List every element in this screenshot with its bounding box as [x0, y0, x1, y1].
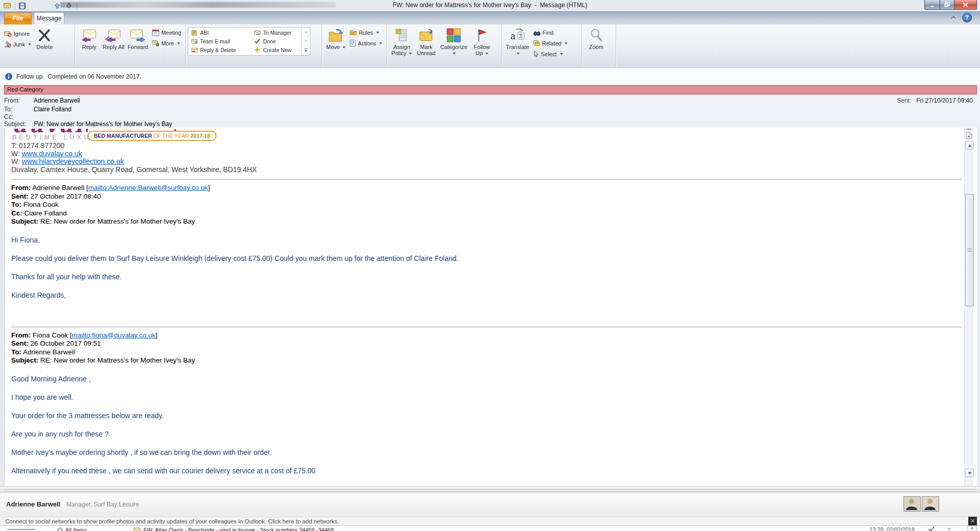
- quick-step-to-manager[interactable]: To Manager: [254, 30, 301, 36]
- dropdown-caret-icon: [560, 53, 563, 55]
- assign-policy-button[interactable]: Assign Policy: [389, 26, 414, 56]
- assign-policy-icon: [395, 27, 409, 43]
- avatar[interactable]: [903, 496, 921, 512]
- message-divider: [11, 327, 962, 327]
- quick-step-create-new[interactable]: Create New: [254, 47, 301, 53]
- outlook-mail-icon[interactable]: [3, 2, 12, 10]
- quick-step-abi[interactable]: ABI: [191, 30, 251, 36]
- save-icon[interactable]: [17, 2, 27, 10]
- minimize-button[interactable]: [924, 0, 940, 10]
- hilarydevey-link[interactable]: www.hilarydeveycollection.co.uk: [22, 157, 124, 165]
- forward-button[interactable]: Forward: [126, 26, 150, 51]
- categorize-button[interactable]: Categorize: [438, 26, 470, 56]
- quick-steps-scroll-down[interactable]: [302, 37, 310, 46]
- scrollbar-split-handle[interactable]: [967, 129, 971, 130]
- category-bar[interactable]: Red Category: [4, 85, 977, 94]
- binoculars-icon: [533, 30, 541, 36]
- followup-infobar: Follow up. Completed on 06 November 2017…: [0, 68, 980, 85]
- translate-icon: a: [510, 27, 525, 43]
- paragraph: Thanks for all your help with these.: [11, 273, 962, 281]
- all-items-tab[interactable]: All Items: [57, 526, 87, 531]
- complete-check-icon[interactable]: [928, 526, 935, 531]
- paragraph: I hope you are well.: [11, 393, 962, 402]
- restore-button[interactable]: [940, 0, 954, 10]
- header-from-value: Adrienne Barwell: [34, 97, 80, 104]
- zoom-button[interactable]: Zoom: [584, 26, 608, 51]
- undo-icon[interactable]: [29, 2, 38, 10]
- window-title: FW: New order for Mattress's for Mother …: [204, 2, 776, 9]
- list-spinner[interactable]: [967, 526, 977, 531]
- collapse-ribbon-icon[interactable]: [949, 14, 958, 21]
- junk-button[interactable]: Junk: [2, 39, 33, 50]
- quick-step-team-email[interactable]: Team E-mail: [191, 38, 251, 44]
- scroll-up-button[interactable]: [965, 141, 974, 150]
- delete-button[interactable]: Delete: [33, 26, 56, 51]
- spark-icon: [254, 47, 260, 53]
- quoted2-body: Good Morning Adrienne , I hope you are w…: [11, 375, 962, 487]
- avatar[interactable]: [922, 496, 939, 512]
- signature-web1-row: W: www.duvalay.co.uk: [11, 150, 962, 158]
- document-icon[interactable]: [966, 132, 972, 139]
- related-item[interactable]: FW: Atlas Oasis - Beachside - vinyl in l…: [134, 526, 334, 531]
- people-pane: Adrienne Barwell Manager, Surf Bay Leisu…: [0, 493, 980, 517]
- cursor-icon: [533, 51, 539, 57]
- header-subject-value: FW: New order for Mattress's for Mother …: [34, 120, 172, 128]
- more-respond-button[interactable]: More: [150, 38, 183, 49]
- help-icon[interactable]: ?: [962, 13, 972, 22]
- scroll-down-button[interactable]: [965, 469, 974, 477]
- award-badge: BED MANUFACTURER OF THE YEAR 2017-18: [88, 131, 216, 141]
- redo-icon[interactable]: [41, 2, 50, 10]
- header-from-row: From:Adrienne Barwell: [4, 97, 80, 104]
- close-button[interactable]: [954, 0, 977, 10]
- quoted1-header: From: Adrienne Barwell [mailto:Adrienne.…: [11, 184, 962, 226]
- rules-button[interactable]: Rules: [348, 27, 384, 38]
- select-button[interactable]: Select: [531, 49, 570, 59]
- people-pane-name: Adrienne Barwell: [6, 500, 60, 508]
- signature-logo-row: duvalay BEDTIME LUXURY BED MANUFACTURER …: [11, 129, 962, 142]
- quick-step-reply-delete[interactable]: Reply & Delete: [191, 47, 251, 53]
- activities-icon: [57, 527, 63, 531]
- delete-x-icon: [38, 27, 51, 43]
- mail-item-icon: [134, 527, 140, 531]
- item-dropdown-icon[interactable]: [947, 528, 951, 531]
- actions-button[interactable]: Actions: [348, 38, 384, 49]
- translate-button[interactable]: a Translate: [504, 26, 531, 56]
- tab-message[interactable]: Message: [34, 12, 64, 25]
- reply-button[interactable]: Reply: [77, 26, 102, 51]
- quick-steps-scroll-up[interactable]: [302, 28, 310, 37]
- ignore-button[interactable]: Ignore: [2, 28, 33, 39]
- add-networks-link[interactable]: Click here to add networks.: [268, 518, 339, 524]
- quick-step-done[interactable]: Done: [254, 38, 301, 44]
- body-scrollbar[interactable]: [964, 128, 973, 486]
- envelope-reply-icon: [191, 47, 198, 53]
- note-icon: [191, 30, 198, 36]
- tab-file[interactable]: File: [4, 13, 32, 25]
- message-header-area: Follow up. Completed on 06 November 2017…: [0, 68, 980, 128]
- move-folder-icon: [328, 27, 344, 43]
- duvalay-logo-clipped: duvalay: [11, 129, 88, 133]
- mark-unread-icon: [419, 27, 434, 43]
- quick-steps-more[interactable]: [302, 46, 310, 55]
- mailto-adrienne-link[interactable]: mailto:Adrienne.Barwell@surfbay.co.uk: [88, 184, 208, 191]
- reply-icon: [81, 27, 97, 43]
- find-button[interactable]: Find: [531, 27, 570, 38]
- related-button[interactable]: Related: [531, 38, 570, 49]
- signature-address: Duvalay, Camtex House, Quarry Road, Gome…: [11, 166, 962, 174]
- quoted2-header: From: Fiona Cook [mailto:fiona@duvalay.c…: [11, 331, 962, 365]
- paragraph: Hi Fiona,: [11, 236, 962, 245]
- svg-text:a: a: [510, 29, 516, 42]
- paragraph: Mother Ivey’s maybe ordering shortly , i…: [11, 448, 962, 457]
- ribbon: Ignore Junk Delete Delete Reply Reply Al…: [0, 25, 980, 68]
- dropdown-caret-icon: [28, 43, 31, 45]
- mailto-fiona-link[interactable]: mailto:fiona@duvalay.co.uk: [72, 331, 156, 339]
- scroll-thumb[interactable]: [965, 194, 974, 306]
- close-social-bar-icon[interactable]: ✕: [968, 517, 977, 525]
- window-titlebar: FW: New order for Mattress's for Mother …: [0, 0, 980, 12]
- reply-all-button[interactable]: Reply All: [102, 26, 126, 51]
- follow-up-button[interactable]: Follow Up: [470, 26, 494, 56]
- dropdown-caret-icon: [379, 42, 382, 44]
- move-button[interactable]: Move: [324, 26, 348, 51]
- duvalay-link[interactable]: www.duvalay.co.uk: [22, 150, 82, 158]
- mark-unread-button[interactable]: Mark Unread: [414, 26, 438, 56]
- meeting-button[interactable]: Meeting: [150, 27, 183, 38]
